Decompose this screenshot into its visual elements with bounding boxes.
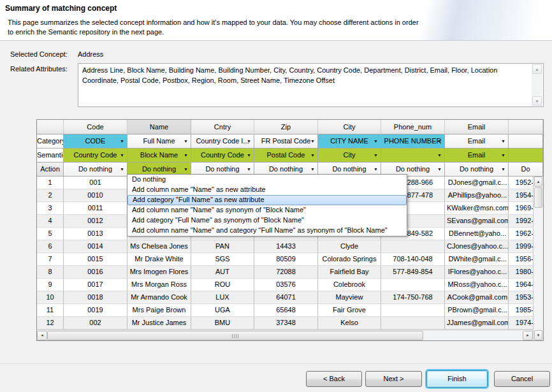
scroll-up-icon[interactable]: ▲: [534, 177, 542, 187]
menu-item-5[interactable]: Add column name "Name" and category "Ful…: [127, 226, 407, 236]
horizontal-scrollbar-thumb[interactable]: [47, 331, 423, 340]
row-number: 4: [37, 215, 64, 228]
combo-value: City: [344, 151, 356, 159]
scroll-down-icon[interactable]: ▼: [532, 96, 542, 106]
cell-zip: 80509: [254, 253, 318, 266]
cell-phone: [381, 304, 445, 317]
action-combo-extra: Do: [509, 163, 543, 177]
cell-name: Mrs Imogen Flores: [127, 266, 191, 279]
category-combo-code[interactable]: CODE▼: [64, 134, 127, 149]
semantics-combo-city[interactable]: City▼: [318, 149, 381, 163]
action-combo-email[interactable]: Do nothing▼: [445, 163, 509, 177]
semantics-combo-zip[interactable]: Postal Code▼: [254, 149, 318, 163]
combo-value: Postal Code: [267, 151, 305, 159]
column-header-cntry[interactable]: Cntry: [191, 120, 254, 134]
chevron-down-icon: ▼: [310, 139, 315, 144]
row-number: 7: [37, 253, 64, 266]
vertical-scrollbar[interactable]: ▲ ▼: [533, 177, 543, 340]
category-combo-phone-num[interactable]: PHONE NUMBER▼: [381, 134, 445, 149]
combo-value: Country Code: [201, 151, 244, 159]
chevron-down-icon: ▼: [247, 167, 251, 172]
scroll-down-icon[interactable]: ▼: [534, 330, 542, 340]
combo-value: Country Code: [74, 151, 117, 159]
cell-name: Ms Chelsea Jones: [127, 240, 191, 253]
scroll-left-icon[interactable]: ◄: [37, 331, 47, 340]
cell-city: Colorado Springs: [318, 253, 381, 266]
table-row: 110019Mrs Paige BrownUGA65648Fair GroveP…: [37, 304, 543, 317]
chevron-down-icon: ▼: [374, 153, 378, 158]
semantics-combo-code[interactable]: Country Code▼: [64, 149, 127, 163]
menu-item-1[interactable]: Add column name "Name" as new attribute: [127, 185, 407, 195]
page-description-line2: to enrich the Semantic repository in the…: [8, 27, 419, 37]
category-combo-zip[interactable]: FR Postal Code▼: [254, 134, 318, 149]
combo-value: CODE: [85, 137, 106, 145]
table-row: 70015Mr Drake WhiteSGS80509Colorado Spri…: [37, 253, 543, 266]
cell-zip: 64071: [254, 291, 318, 304]
cancel-button[interactable]: Cancel: [494, 371, 550, 387]
column-header-email[interactable]: Email: [445, 120, 509, 134]
row-number: 8: [37, 266, 64, 279]
menu-item-2[interactable]: Add category "Full Name" as new attribut…: [127, 195, 407, 205]
chevron-down-icon: ▼: [120, 167, 124, 172]
combo-value: Do nothing: [142, 165, 176, 173]
menu-item-3[interactable]: Add column name "Name" as synonym of "Bl…: [127, 205, 407, 215]
combo-value: Email: [468, 151, 486, 159]
cell-code: 0014: [64, 240, 127, 253]
scroll-up-icon[interactable]: ▲: [532, 64, 542, 74]
action-dropdown-menu: Do nothingAdd column name "Name" as new …: [127, 174, 407, 236]
cell-city: Mayview: [318, 291, 381, 304]
chevron-down-icon: ▼: [310, 153, 315, 158]
cell-zip: 03576: [254, 279, 318, 291]
button-bar-divider: [0, 363, 552, 364]
column-header-name[interactable]: Name: [127, 120, 191, 134]
cell-code: 0018: [64, 291, 127, 304]
next-button[interactable]: Next >: [365, 371, 422, 387]
menu-item-0[interactable]: Do nothing: [127, 175, 407, 185]
category-combo-city[interactable]: CITY NAME▼: [318, 134, 381, 149]
cell-email: DBennett@yaho...: [445, 228, 509, 240]
back-button[interactable]: < Back: [306, 371, 362, 387]
finish-button[interactable]: Finish: [426, 370, 488, 388]
wizard-window: Summary of matching concept This page su…: [0, 0, 552, 392]
cell-phone: [381, 317, 445, 330]
related-attributes-box[interactable]: Address Line, Block Name, Building Name,…: [78, 63, 544, 107]
table-row: 60014Ms Chelsea JonesPAN14433ClydeCJones…: [37, 240, 543, 253]
semantics-combo-phone-num[interactable]: ▼: [381, 149, 445, 163]
chevron-down-icon: ▼: [120, 153, 124, 158]
menu-item-4[interactable]: Add category "Full Name" as synonym of "…: [127, 215, 407, 226]
action-row-label: Action: [37, 163, 64, 177]
chevron-down-icon: ▼: [501, 167, 505, 172]
chevron-down-icon: ▼: [437, 167, 442, 172]
cell-code: 001: [64, 177, 127, 189]
semantics-combo-name[interactable]: Block Name▼: [127, 149, 191, 163]
column-header-extra[interactable]: [509, 120, 543, 134]
page-title: Summary of matching concept: [5, 4, 117, 13]
row-number: 6: [37, 240, 64, 253]
row-number: 11: [37, 304, 64, 317]
column-header-city[interactable]: City: [318, 120, 381, 134]
horizontal-scrollbar[interactable]: ◄ ►: [37, 330, 533, 340]
cell-code: 0017: [64, 279, 127, 291]
semantics-combo-email[interactable]: Email▼: [445, 149, 509, 163]
related-attributes-text: Address Line, Block Name, Building Name,…: [82, 66, 529, 85]
chevron-down-icon: ▼: [501, 139, 505, 144]
semantics-combo-cntry[interactable]: Country Code▼: [191, 149, 254, 163]
vertical-scrollbar-thumb[interactable]: [534, 187, 542, 208]
chevron-down-icon: ▼: [374, 167, 378, 172]
category-combo-email[interactable]: Email▼: [445, 134, 509, 149]
cell-code: 002: [64, 317, 127, 330]
cell-name: Mrs Paige Brown: [127, 304, 191, 317]
action-combo-code[interactable]: Do nothing▼: [64, 163, 127, 177]
table-row: 80016Mrs Imogen FloresAUT72088Fairfield …: [37, 266, 543, 279]
selected-concept-label: Selected Concept:: [10, 50, 68, 58]
category-combo-name[interactable]: Full Name▼: [127, 134, 191, 149]
cell-city: Fairfield Bay: [318, 266, 381, 279]
category-combo-cntry[interactable]: Country Code I...▼: [191, 134, 254, 149]
column-header-code[interactable]: Code: [64, 120, 127, 134]
related-attributes-scrollbar[interactable]: ▲ ▼: [532, 64, 542, 106]
column-header-zip[interactable]: Zip: [254, 120, 318, 134]
scroll-right-icon[interactable]: ►: [523, 331, 533, 340]
category-row-label: Category: [37, 134, 64, 149]
column-header-phone-num[interactable]: Phone_num: [381, 120, 445, 134]
cell-city: Colebrook: [318, 279, 381, 291]
